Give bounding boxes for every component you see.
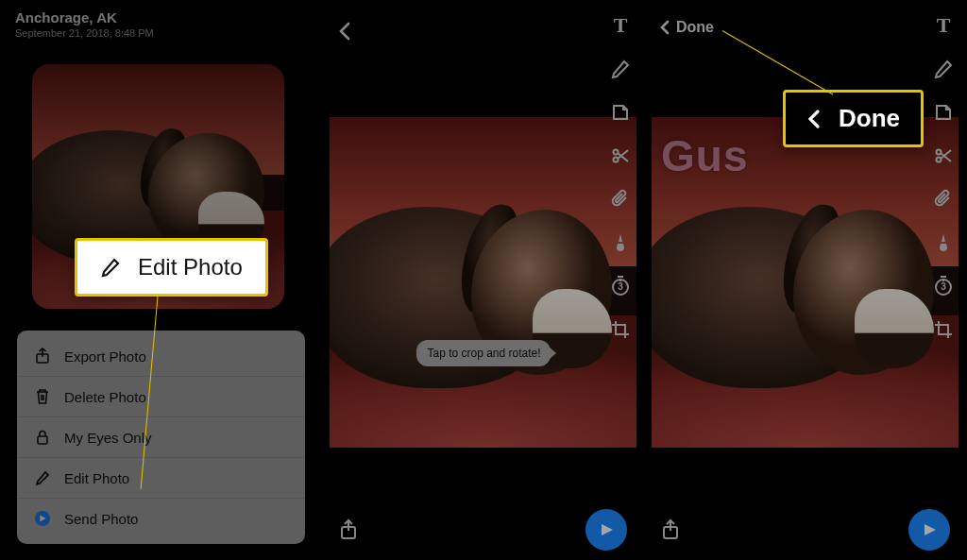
- export-button[interactable]: [661, 518, 680, 541]
- menu-edit-photo[interactable]: Edit Photo: [17, 457, 305, 498]
- draw-tool[interactable]: [608, 57, 633, 81]
- brush-tool[interactable]: [931, 230, 956, 255]
- pencil-icon: [100, 257, 121, 278]
- crop-tool[interactable]: [608, 317, 633, 342]
- timer-tool[interactable]: 3: [608, 274, 633, 298]
- scissors-tool[interactable]: [608, 144, 633, 168]
- sticker-icon: [933, 102, 954, 123]
- paperclip-icon: [610, 189, 631, 210]
- annotation-done: Done: [783, 90, 924, 147]
- send-button[interactable]: [585, 509, 627, 551]
- timestamp-label: September 21, 2018, 8:48 PM: [15, 27, 154, 39]
- scissors-tool[interactable]: [931, 144, 956, 168]
- screen-edit-done: Done Gus T 3: [644, 0, 967, 560]
- screen-edit-photo: T 3 Tap to crop and rotate!: [322, 0, 644, 560]
- send-icon: [34, 510, 51, 527]
- send-button[interactable]: [908, 509, 950, 551]
- pencil-icon: [933, 59, 954, 79]
- timer-value: 3: [941, 281, 946, 292]
- crop-icon: [933, 319, 954, 340]
- paperclip-icon: [933, 189, 954, 210]
- send-icon: [920, 520, 939, 539]
- draw-tool[interactable]: [931, 57, 956, 81]
- sticker-tool[interactable]: [931, 100, 956, 125]
- text-icon: T: [937, 15, 951, 36]
- text-icon: T: [614, 15, 628, 36]
- photo-options-menu: Export Photo Delete Photo My Eyes Only E…: [17, 331, 305, 544]
- svg-rect-1: [38, 436, 47, 444]
- annotation-label: Edit Photo: [138, 254, 243, 280]
- menu-item-label: Edit Photo: [64, 470, 129, 486]
- menu-export-photo[interactable]: Export Photo: [17, 336, 305, 376]
- menu-item-label: Delete Photo: [64, 389, 146, 405]
- text-tool[interactable]: T: [608, 13, 633, 38]
- photo-canvas[interactable]: [330, 117, 636, 448]
- timer-value: 3: [618, 281, 623, 292]
- annotation-edit-photo: Edit Photo: [75, 238, 268, 297]
- done-button[interactable]: Done: [659, 19, 714, 36]
- send-icon: [597, 520, 616, 539]
- photo-caption-text[interactable]: Gus: [661, 130, 748, 181]
- chevron-left-icon: [806, 109, 822, 129]
- export-button[interactable]: [339, 518, 358, 541]
- menu-item-label: Send Photo: [64, 511, 138, 527]
- brush-icon: [933, 232, 954, 253]
- bottom-bar: [322, 500, 644, 560]
- text-tool[interactable]: T: [931, 13, 956, 38]
- sticker-tool[interactable]: [608, 100, 633, 125]
- scissors-icon: [933, 145, 954, 166]
- scissors-icon: [610, 145, 631, 166]
- chevron-left-icon: [659, 20, 670, 35]
- crop-tooltip: Tap to crop and rotate!: [416, 340, 550, 366]
- lock-icon: [34, 429, 51, 446]
- crop-icon: [610, 319, 631, 340]
- location-label: Anchorage, AK: [15, 9, 117, 25]
- timer-tool[interactable]: 3: [931, 274, 956, 298]
- bottom-bar: [644, 500, 967, 560]
- edit-tool-column: T 3: [608, 13, 633, 342]
- menu-item-label: My Eyes Only: [64, 430, 152, 446]
- sticker-icon: [610, 102, 631, 123]
- menu-delete-photo[interactable]: Delete Photo: [17, 376, 305, 416]
- brush-tool[interactable]: [608, 230, 633, 255]
- attach-tool[interactable]: [931, 187, 956, 212]
- menu-my-eyes-only[interactable]: My Eyes Only: [17, 416, 305, 457]
- annotation-label: Done: [839, 104, 900, 133]
- trash-icon: [34, 388, 51, 405]
- attach-tool[interactable]: [608, 187, 633, 212]
- share-icon: [661, 518, 680, 541]
- share-icon: [339, 518, 358, 541]
- pencil-icon: [34, 469, 51, 486]
- edit-tool-column: T 3: [931, 13, 956, 342]
- crop-tool[interactable]: [931, 317, 956, 342]
- share-icon: [34, 348, 51, 365]
- pencil-icon: [610, 59, 631, 79]
- menu-item-label: Export Photo: [64, 348, 146, 365]
- menu-send-photo[interactable]: Send Photo: [17, 498, 305, 538]
- back-button[interactable]: [337, 21, 352, 42]
- done-label: Done: [676, 19, 714, 36]
- brush-icon: [610, 232, 631, 253]
